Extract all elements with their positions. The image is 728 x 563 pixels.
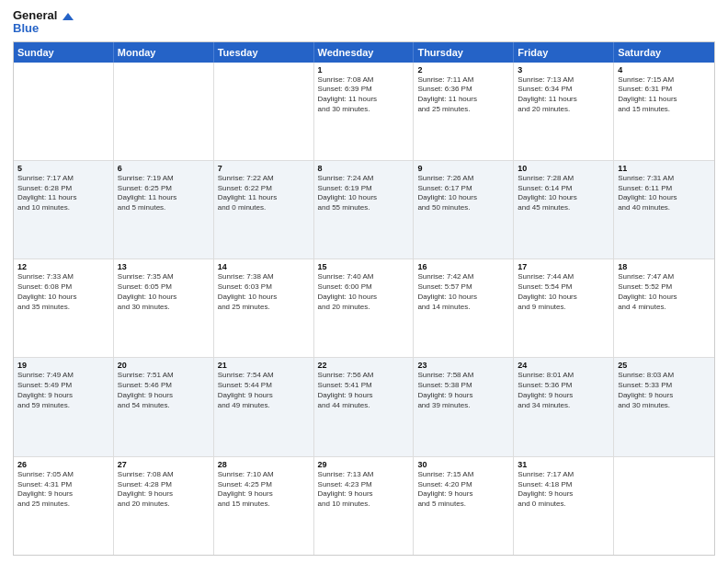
- calendar-cell: 7Sunrise: 7:22 AM Sunset: 6:22 PM Daylig…: [214, 161, 314, 259]
- cell-info: Sunrise: 7:47 AM Sunset: 5:52 PM Dayligh…: [618, 272, 711, 312]
- calendar-cell: 1Sunrise: 7:08 AM Sunset: 6:39 PM Daylig…: [314, 63, 415, 160]
- calendar-cell: [614, 457, 714, 555]
- cell-info: Sunrise: 7:10 AM Sunset: 4:25 PM Dayligh…: [218, 470, 310, 510]
- cell-info: Sunrise: 7:08 AM Sunset: 4:28 PM Dayligh…: [118, 470, 210, 510]
- calendar-cell: 4Sunrise: 7:15 AM Sunset: 6:31 PM Daylig…: [614, 63, 714, 160]
- day-number: 30: [417, 460, 509, 469]
- cell-info: Sunrise: 7:40 AM Sunset: 6:00 PM Dayligh…: [318, 272, 410, 312]
- calendar-cell: 15Sunrise: 7:40 AM Sunset: 6:00 PM Dayli…: [314, 259, 415, 357]
- cell-info: Sunrise: 7:51 AM Sunset: 5:46 PM Dayligh…: [118, 371, 210, 410]
- cell-info: Sunrise: 7:54 AM Sunset: 5:44 PM Dayligh…: [218, 371, 310, 410]
- day-number: 21: [218, 361, 310, 370]
- cell-info: Sunrise: 7:22 AM Sunset: 6:22 PM Dayligh…: [218, 174, 310, 213]
- weekday-header: Sunday: [14, 42, 114, 63]
- cell-info: Sunrise: 7:15 AM Sunset: 4:20 PM Dayligh…: [417, 470, 509, 510]
- cell-info: Sunrise: 7:17 AM Sunset: 6:28 PM Dayligh…: [17, 174, 109, 213]
- day-number: 6: [118, 164, 210, 173]
- cell-info: Sunrise: 7:05 AM Sunset: 4:31 PM Dayligh…: [17, 470, 109, 510]
- calendar-cell: 19Sunrise: 7:49 AM Sunset: 5:49 PM Dayli…: [14, 358, 114, 455]
- weekday-header: Monday: [114, 42, 214, 63]
- calendar-cell: 9Sunrise: 7:26 AM Sunset: 6:17 PM Daylig…: [414, 161, 514, 259]
- day-number: 22: [318, 361, 410, 370]
- calendar-row: 19Sunrise: 7:49 AM Sunset: 5:49 PM Dayli…: [14, 357, 714, 455]
- day-number: 9: [417, 164, 509, 173]
- day-number: 13: [118, 262, 210, 271]
- day-number: 17: [518, 262, 609, 271]
- cell-info: Sunrise: 8:03 AM Sunset: 5:33 PM Dayligh…: [618, 371, 711, 410]
- weekday-header: Saturday: [614, 42, 714, 63]
- day-number: 28: [218, 460, 310, 469]
- cell-info: Sunrise: 7:13 AM Sunset: 6:34 PM Dayligh…: [518, 75, 609, 115]
- day-number: 4: [618, 65, 711, 75]
- calendar-cell: 31Sunrise: 7:17 AM Sunset: 4:18 PM Dayli…: [514, 457, 614, 555]
- calendar-cell: 28Sunrise: 7:10 AM Sunset: 4:25 PM Dayli…: [214, 457, 314, 555]
- calendar-cell: [114, 63, 214, 160]
- day-number: 24: [518, 361, 609, 370]
- cell-info: Sunrise: 7:49 AM Sunset: 5:49 PM Dayligh…: [17, 371, 109, 410]
- cell-info: Sunrise: 7:33 AM Sunset: 6:08 PM Dayligh…: [17, 272, 109, 312]
- day-number: 20: [118, 361, 210, 370]
- day-number: 2: [417, 65, 509, 75]
- cell-info: Sunrise: 7:35 AM Sunset: 6:05 PM Dayligh…: [118, 272, 210, 312]
- cell-info: Sunrise: 7:42 AM Sunset: 5:57 PM Dayligh…: [417, 272, 509, 312]
- cell-info: Sunrise: 7:28 AM Sunset: 6:14 PM Dayligh…: [518, 174, 609, 213]
- day-number: 5: [17, 164, 109, 173]
- day-number: 3: [518, 65, 609, 75]
- weekday-header: Wednesday: [314, 42, 415, 63]
- calendar-body: 1Sunrise: 7:08 AM Sunset: 6:39 PM Daylig…: [14, 63, 714, 555]
- calendar-cell: 13Sunrise: 7:35 AM Sunset: 6:05 PM Dayli…: [114, 259, 214, 357]
- calendar-header: SundayMondayTuesdayWednesdayThursdayFrid…: [14, 42, 714, 63]
- day-number: 7: [218, 164, 310, 173]
- calendar-cell: [214, 63, 314, 160]
- day-number: 15: [318, 262, 410, 271]
- calendar-row: 26Sunrise: 7:05 AM Sunset: 4:31 PM Dayli…: [14, 456, 714, 555]
- calendar-cell: 24Sunrise: 8:01 AM Sunset: 5:36 PM Dayli…: [514, 358, 614, 455]
- calendar-cell: [14, 63, 114, 160]
- cell-info: Sunrise: 7:31 AM Sunset: 6:11 PM Dayligh…: [618, 174, 711, 213]
- cell-info: Sunrise: 7:56 AM Sunset: 5:41 PM Dayligh…: [318, 371, 410, 410]
- day-number: 19: [17, 361, 109, 370]
- calendar-cell: 10Sunrise: 7:28 AM Sunset: 6:14 PM Dayli…: [514, 161, 614, 259]
- calendar-cell: 14Sunrise: 7:38 AM Sunset: 6:03 PM Dayli…: [214, 259, 314, 357]
- cell-info: Sunrise: 7:58 AM Sunset: 5:38 PM Dayligh…: [417, 371, 509, 410]
- cell-info: Sunrise: 7:24 AM Sunset: 6:19 PM Dayligh…: [318, 174, 410, 213]
- day-number: 26: [17, 460, 109, 469]
- calendar-cell: 12Sunrise: 7:33 AM Sunset: 6:08 PM Dayli…: [14, 259, 114, 357]
- calendar-cell: 26Sunrise: 7:05 AM Sunset: 4:31 PM Dayli…: [14, 457, 114, 555]
- day-number: 25: [618, 361, 711, 370]
- day-number: 14: [218, 262, 310, 271]
- calendar-cell: 30Sunrise: 7:15 AM Sunset: 4:20 PM Dayli…: [414, 457, 514, 555]
- logo: General Blue: [13, 9, 74, 36]
- weekday-header: Tuesday: [214, 42, 314, 63]
- calendar-cell: 2Sunrise: 7:11 AM Sunset: 6:36 PM Daylig…: [414, 63, 514, 160]
- day-number: 18: [618, 262, 711, 271]
- day-number: 10: [518, 164, 609, 173]
- calendar-cell: 20Sunrise: 7:51 AM Sunset: 5:46 PM Dayli…: [114, 358, 214, 455]
- day-number: 16: [417, 262, 509, 271]
- cell-info: Sunrise: 7:13 AM Sunset: 4:23 PM Dayligh…: [318, 470, 410, 510]
- calendar-row: 1Sunrise: 7:08 AM Sunset: 6:39 PM Daylig…: [14, 63, 714, 160]
- calendar-cell: 6Sunrise: 7:19 AM Sunset: 6:25 PM Daylig…: [114, 161, 214, 259]
- calendar-cell: 11Sunrise: 7:31 AM Sunset: 6:11 PM Dayli…: [614, 161, 714, 259]
- cell-info: Sunrise: 7:38 AM Sunset: 6:03 PM Dayligh…: [218, 272, 310, 312]
- calendar-cell: 5Sunrise: 7:17 AM Sunset: 6:28 PM Daylig…: [14, 161, 114, 259]
- calendar-cell: 23Sunrise: 7:58 AM Sunset: 5:38 PM Dayli…: [414, 358, 514, 455]
- day-number: 27: [118, 460, 210, 469]
- day-number: 23: [417, 361, 509, 370]
- calendar-cell: 25Sunrise: 8:03 AM Sunset: 5:33 PM Dayli…: [614, 358, 714, 455]
- calendar-cell: 16Sunrise: 7:42 AM Sunset: 5:57 PM Dayli…: [414, 259, 514, 357]
- day-number: 11: [618, 164, 711, 173]
- logo-text-blue: Blue: [13, 22, 74, 35]
- logo-container: General Blue: [13, 9, 74, 36]
- cell-info: Sunrise: 7:19 AM Sunset: 6:25 PM Dayligh…: [118, 174, 210, 213]
- page: General Blue SundayMondayTuesdayWednesda…: [0, 0, 728, 563]
- cell-info: Sunrise: 7:08 AM Sunset: 6:39 PM Dayligh…: [318, 75, 410, 115]
- cell-info: Sunrise: 7:17 AM Sunset: 4:18 PM Dayligh…: [518, 470, 609, 510]
- calendar-row: 5Sunrise: 7:17 AM Sunset: 6:28 PM Daylig…: [14, 160, 714, 259]
- calendar-cell: 17Sunrise: 7:44 AM Sunset: 5:54 PM Dayli…: [514, 259, 614, 357]
- calendar-cell: 21Sunrise: 7:54 AM Sunset: 5:44 PM Dayli…: [214, 358, 314, 455]
- cell-info: Sunrise: 7:11 AM Sunset: 6:36 PM Dayligh…: [417, 75, 509, 115]
- calendar: SundayMondayTuesdayWednesdayThursdayFrid…: [13, 41, 715, 556]
- day-number: 1: [318, 65, 410, 75]
- calendar-cell: 22Sunrise: 7:56 AM Sunset: 5:41 PM Dayli…: [314, 358, 415, 455]
